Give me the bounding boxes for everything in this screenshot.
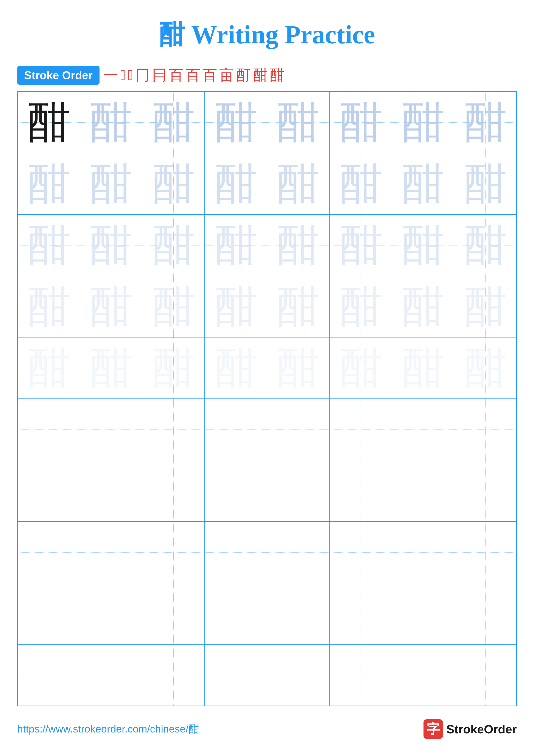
- grid-cell[interactable]: 酣: [142, 214, 205, 276]
- grid-cell[interactable]: [142, 583, 205, 644]
- table-row: 酣 酣 酣 酣 酣 酣 酣 酣: [17, 153, 517, 214]
- grid-cell[interactable]: [17, 399, 80, 460]
- grid-cell[interactable]: 酣: [142, 276, 205, 337]
- grid-cell[interactable]: 酣: [329, 214, 392, 276]
- grid-cell[interactable]: 酣: [17, 153, 80, 214]
- grid-cell[interactable]: 酣: [80, 276, 142, 337]
- grid-cell[interactable]: 酣: [454, 92, 517, 153]
- practice-char: 酣: [464, 101, 507, 144]
- grid-cell[interactable]: 酣: [329, 92, 392, 153]
- footer: https://www.strokeorder.com/chinese/酣 字 …: [0, 719, 534, 739]
- grid-cell[interactable]: 酣: [392, 153, 454, 214]
- grid-cell[interactable]: [80, 460, 142, 522]
- grid-cell[interactable]: [392, 644, 454, 706]
- grid-cell[interactable]: [329, 583, 392, 644]
- grid-cell[interactable]: 酣: [205, 153, 267, 214]
- grid-cell[interactable]: 酣: [80, 337, 142, 399]
- table-row: [17, 583, 517, 644]
- grid-cell[interactable]: [267, 460, 330, 522]
- grid-cell[interactable]: [80, 644, 142, 706]
- grid-cell[interactable]: [205, 460, 267, 522]
- grid-cell[interactable]: [142, 644, 205, 706]
- grid-cell[interactable]: [80, 583, 142, 644]
- practice-char: 酣: [152, 224, 195, 267]
- practice-char: 酣: [277, 101, 320, 144]
- grid-cell[interactable]: [205, 644, 267, 706]
- grid-cell[interactable]: 酣: [329, 337, 392, 399]
- practice-char: 酣: [401, 101, 445, 144]
- grid-cell[interactable]: [329, 460, 392, 522]
- grid-cell[interactable]: 酣: [142, 337, 205, 399]
- practice-char: 酣: [401, 224, 445, 267]
- grid-cell[interactable]: [454, 399, 517, 460]
- practice-char: 酣: [152, 285, 195, 328]
- grid-cell[interactable]: 酣: [267, 276, 330, 337]
- table-row: 酣 酣 酣 酣 酣 酣 酣 酣: [17, 337, 517, 399]
- grid-cell[interactable]: 酣: [454, 276, 517, 337]
- grid-cell[interactable]: 酣: [17, 276, 80, 337]
- grid-cell[interactable]: [142, 460, 205, 522]
- grid-cell[interactable]: 酣: [329, 153, 392, 214]
- practice-char: 酣: [214, 162, 257, 205]
- practice-char: 酣: [89, 285, 133, 328]
- grid-cell[interactable]: 酣: [17, 92, 80, 153]
- brand-icon: 字: [423, 719, 443, 739]
- grid-cell[interactable]: 酣: [392, 337, 454, 399]
- grid-cell[interactable]: [454, 460, 517, 522]
- grid-cell[interactable]: 酣: [392, 276, 454, 337]
- grid-cell[interactable]: [17, 583, 80, 644]
- practice-char: 酣: [401, 162, 445, 205]
- practice-char: 酣: [339, 162, 382, 205]
- grid-cell[interactable]: 酣: [392, 92, 454, 153]
- grid-cell[interactable]: 酣: [205, 276, 267, 337]
- practice-char: 酣: [401, 346, 445, 390]
- grid-cell[interactable]: [392, 460, 454, 522]
- grid-cell[interactable]: [329, 399, 392, 460]
- grid-cell[interactable]: 酣: [329, 276, 392, 337]
- grid-cell[interactable]: 酣: [205, 337, 267, 399]
- grid-cell[interactable]: 酣: [142, 153, 205, 214]
- grid-cell[interactable]: [17, 460, 80, 522]
- grid-cell[interactable]: [17, 644, 80, 706]
- grid-cell[interactable]: [267, 583, 330, 644]
- grid-cell[interactable]: [267, 522, 330, 583]
- grid-cell[interactable]: 酣: [17, 337, 80, 399]
- grid-cell[interactable]: [392, 583, 454, 644]
- practice-char: 酣: [277, 162, 320, 205]
- grid-cell[interactable]: 酣: [80, 92, 142, 153]
- grid-cell[interactable]: 酣: [267, 92, 330, 153]
- grid-cell[interactable]: 酣: [142, 92, 205, 153]
- practice-char: 酣: [339, 101, 382, 144]
- grid-cell[interactable]: [80, 399, 142, 460]
- grid-cell[interactable]: 酣: [267, 214, 330, 276]
- grid-cell[interactable]: [142, 399, 205, 460]
- grid-cell[interactable]: 酣: [80, 153, 142, 214]
- grid-cell[interactable]: [392, 522, 454, 583]
- grid-cell[interactable]: [142, 522, 205, 583]
- grid-cell[interactable]: [205, 399, 267, 460]
- grid-cell[interactable]: [454, 522, 517, 583]
- grid-cell[interactable]: 酣: [80, 214, 142, 276]
- stroke-order-chars: 一 𠃌 𠃍 冂 冃 百 百 百 亩 酊 酣 酣: [103, 65, 284, 85]
- grid-cell[interactable]: 酣: [454, 337, 517, 399]
- grid-cell[interactable]: 酣: [205, 92, 267, 153]
- practice-char: 酣: [277, 224, 320, 267]
- grid-cell[interactable]: 酣: [267, 153, 330, 214]
- grid-cell[interactable]: [205, 522, 267, 583]
- grid-cell[interactable]: [80, 522, 142, 583]
- grid-cell[interactable]: 酣: [17, 214, 80, 276]
- grid-cell[interactable]: 酣: [392, 214, 454, 276]
- grid-cell[interactable]: [392, 399, 454, 460]
- grid-cell[interactable]: [329, 522, 392, 583]
- grid-cell[interactable]: 酣: [205, 214, 267, 276]
- grid-cell[interactable]: [454, 583, 517, 644]
- grid-cell[interactable]: 酣: [267, 337, 330, 399]
- grid-cell[interactable]: [267, 644, 330, 706]
- grid-cell[interactable]: [329, 644, 392, 706]
- grid-cell[interactable]: [267, 399, 330, 460]
- grid-cell[interactable]: 酣: [454, 153, 517, 214]
- grid-cell[interactable]: [454, 644, 517, 706]
- grid-cell[interactable]: [205, 583, 267, 644]
- grid-cell[interactable]: 酣: [454, 214, 517, 276]
- grid-cell[interactable]: [17, 522, 80, 583]
